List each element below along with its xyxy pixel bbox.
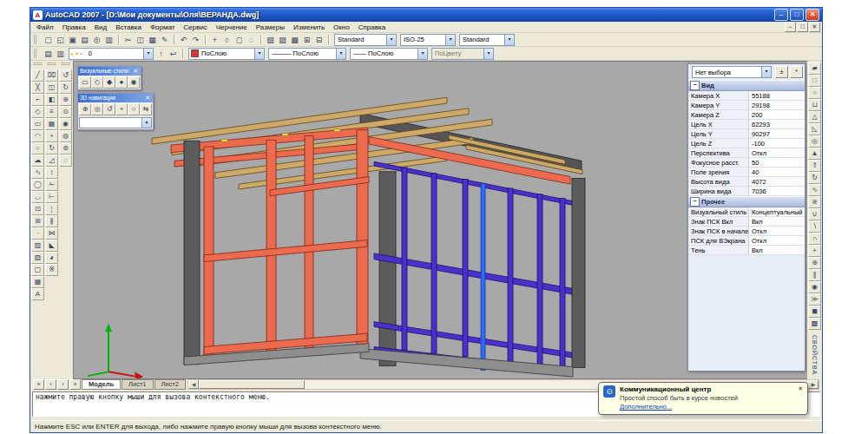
menu-item-7[interactable]: Черчение (212, 23, 252, 31)
menu-item-4[interactable]: Вставка (111, 23, 146, 31)
zoom-realtime-button[interactable]: ○ (221, 35, 233, 45)
explode-button[interactable]: ※ (45, 264, 58, 276)
rotate-button[interactable]: ↻ (45, 142, 58, 155)
pan-button[interactable]: + (115, 103, 128, 115)
gradient-button[interactable]: ▧ (31, 252, 44, 264)
menu-item-2[interactable]: Правка (58, 23, 90, 31)
tab-nav-first[interactable]: « (33, 379, 44, 390)
close-icon[interactable]: ✕ (798, 385, 803, 392)
property-value[interactable]: Вкл (749, 217, 805, 227)
polysolid-button[interactable]: ▰ (808, 62, 821, 75)
cylinder-button[interactable]: ⊔ (808, 99, 821, 111)
menu-item-9[interactable]: Изменить (289, 23, 329, 31)
balloon-more-link[interactable]: Дополнительно... (620, 403, 793, 411)
close-icon[interactable]: ✕ (144, 94, 151, 102)
3d-hidden-button[interactable]: ◆ (103, 76, 115, 89)
property-value[interactable]: 62293 (749, 120, 805, 129)
property-value[interactable]: 29198 (749, 101, 805, 110)
close-icon[interactable]: ✕ (132, 67, 139, 76)
adjust-distance-button[interactable]: ◍ (59, 130, 72, 142)
join-button[interactable]: ⋈ (45, 227, 58, 240)
properties-button[interactable]: ▧ (265, 35, 276, 45)
revision-cloud-button[interactable]: ☁ (31, 155, 44, 167)
tab-nav-next[interactable]: › (57, 379, 69, 390)
zoom-button[interactable]: ○ (128, 103, 140, 115)
continuous-orbit-button[interactable]: ↺ (103, 103, 115, 115)
subtract-button[interactable]: ∖ (808, 220, 821, 233)
construction-line-button[interactable]: ╳ (31, 82, 44, 94)
collapse-icon[interactable]: − (690, 197, 700, 207)
offset-button[interactable]: ≡ (45, 106, 58, 118)
realistic-button[interactable]: ● (115, 76, 128, 89)
box-button[interactable]: □ (808, 75, 821, 87)
layer-previous-button[interactable]: ↩ (168, 49, 179, 59)
intersect-button[interactable]: ∩ (808, 233, 821, 245)
hatch-button[interactable]: ▨ (31, 240, 44, 252)
loft-button[interactable]: ≋ (808, 196, 821, 208)
calculator-button[interactable]: ⊟ (313, 35, 325, 45)
property-value[interactable]: Концептуальный (749, 207, 805, 217)
category-header[interactable]: −Вид (688, 80, 805, 91)
wedge-button[interactable]: ◺ (808, 123, 821, 135)
toolbar-grip[interactable] (33, 62, 43, 69)
drawing-canvas[interactable]: Визуальные стили ✕ ▭◇◆●◉ 3D навигация ✕ … (73, 61, 807, 379)
circle-button[interactable]: ○ (31, 142, 44, 155)
render-button[interactable]: ◼ (808, 306, 821, 318)
polygon-button[interactable]: ◇ (31, 106, 44, 118)
walk-button[interactable]: ⊚ (59, 142, 72, 155)
torus-button[interactable]: ◎ (808, 135, 821, 148)
swivel-button[interactable]: ◉ (59, 118, 72, 130)
region-button[interactable]: ▢ (31, 264, 44, 276)
chevron-down-icon[interactable]: ▾ (504, 35, 514, 45)
break-button[interactable]: ∦ (45, 215, 58, 227)
property-value[interactable]: 50 (749, 158, 805, 168)
plot-style-combo[interactable]: ПоЦвету▾ (431, 48, 494, 60)
chevron-down-icon[interactable]: ▾ (141, 118, 151, 128)
chevron-down-icon[interactable]: ▾ (483, 49, 493, 59)
scroll-left-icon[interactable]: ◀ (188, 380, 199, 389)
array-button[interactable]: ▦ (45, 118, 58, 130)
swivel-button[interactable]: ⇆ (140, 103, 152, 115)
extend-button[interactable]: ⊢ (45, 191, 58, 203)
make-block-button[interactable]: ⊞ (31, 215, 44, 227)
paste-button[interactable]: ▦ (147, 35, 158, 45)
cone-button[interactable]: △ (808, 111, 821, 123)
zoom-previous-button[interactable]: ◌ (246, 35, 257, 45)
menu-item-1[interactable]: Файл (32, 23, 58, 31)
break-at-point-button[interactable]: ¦ (45, 203, 58, 215)
title-bar[interactable]: A AutoCAD 2007 - [D:\Мои документы\Оля\В… (30, 8, 822, 22)
point-button[interactable]: · (31, 227, 44, 240)
dim-style-combo[interactable]: ISO-25▾ (400, 34, 456, 46)
erase-button[interactable]: ⌧ (45, 69, 58, 82)
tab-layout2[interactable]: Лист2 (155, 379, 186, 390)
plot-button[interactable]: ▤ (79, 35, 90, 45)
revolve-button[interactable]: ↻ (808, 172, 821, 184)
move-button[interactable]: + (45, 130, 58, 142)
tab-nav-prev[interactable]: ‹ (45, 379, 56, 390)
scale-button[interactable]: ◿ (45, 155, 58, 167)
lineweight-combo[interactable]: —— ПоСлою▾ (350, 48, 428, 60)
insert-block-button[interactable]: ⊡ (31, 203, 44, 215)
3d-align-button[interactable]: ∥ (808, 269, 821, 281)
tab-layout1[interactable]: Лист1 (122, 379, 153, 390)
continuous-orbit-button[interactable]: ⊙ (59, 106, 72, 118)
sheet-set-manager-button[interactable]: ⊞ (301, 35, 312, 45)
doc-close-button[interactable]: ✕ (809, 22, 820, 32)
arc-button[interactable]: ◠ (31, 130, 44, 142)
menu-item-11[interactable]: Справка (354, 23, 390, 31)
cut-button[interactable]: ✂ (122, 35, 134, 45)
tab-nav-last[interactable]: » (69, 379, 81, 390)
toolbar-grip[interactable] (34, 49, 41, 58)
table-button[interactable]: ▦ (31, 276, 44, 288)
3d-orbit-button[interactable]: ↺ (59, 69, 72, 82)
menu-item-3[interactable]: Вид (90, 23, 111, 31)
category-header[interactable]: −Прочее (688, 196, 805, 207)
rectangle-button[interactable]: ▭ (31, 118, 44, 130)
3d-rotate-button[interactable]: ⊕ (808, 257, 821, 269)
visual-styles-panel-titlebar[interactable]: Визуальные стили ✕ (78, 67, 141, 76)
union-button[interactable]: ∪ (808, 208, 821, 220)
constrained-orbit-button[interactable]: ↻ (59, 82, 72, 94)
pickadd-toggle-button[interactable]: ± (775, 66, 788, 78)
property-value[interactable]: 90297 (749, 129, 805, 139)
walk-fly-button[interactable]: ≫ (808, 293, 821, 306)
